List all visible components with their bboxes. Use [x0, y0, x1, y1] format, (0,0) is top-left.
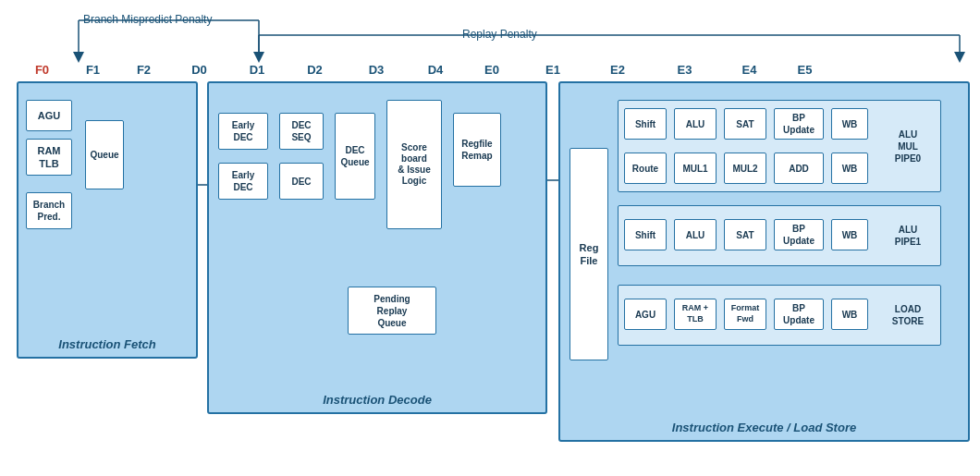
stage-f0: F0	[17, 63, 67, 77]
early-dec1-box: EarlyDEC	[218, 113, 268, 150]
pipe2-format-fwd: FormatFwd	[724, 299, 766, 330]
pipe0-alu: ALU	[674, 108, 717, 140]
stage-d0: D0	[169, 63, 229, 77]
pipe2-label: LOADSTORE	[879, 303, 937, 327]
stage-d3: D3	[345, 63, 408, 77]
stage-f2: F2	[118, 63, 169, 77]
scoreboard-box: Scoreboard& IssueLogic	[386, 100, 442, 229]
stage-d2: D2	[285, 63, 345, 77]
decode-label: Instruction Decode	[209, 393, 545, 407]
queue-box: Queue	[85, 120, 124, 189]
pipe0-route: Route	[624, 153, 667, 184]
pipe0-shift: Shift	[624, 108, 667, 140]
pipe2-container: AGU RAM +TLB FormatFwd BPUpdate WB LOADS…	[618, 285, 941, 346]
pipe1-alu: ALU	[674, 219, 717, 250]
pipe1-shift: Shift	[624, 219, 667, 250]
pending-replay-box: PendingReplayQueue	[348, 287, 436, 335]
dec1-box: DEC	[279, 163, 324, 200]
dec-seq-box: DECSEQ	[279, 113, 324, 150]
stage-e1: E1	[521, 63, 585, 77]
stage-d4: D4	[408, 63, 463, 77]
pipe0-wb2: WB	[831, 153, 868, 184]
dec-queue-box: DECQueue	[335, 113, 375, 200]
pipe0-label: ALUMULPIPE0	[879, 128, 937, 165]
stage-f1: F1	[67, 63, 118, 77]
pipe0-mul1: MUL1	[674, 153, 717, 184]
pipe1-container: Shift ALU SAT BPUpdate WB ALUPIPE1	[618, 205, 941, 266]
pipe0-wb1: WB	[831, 108, 868, 140]
diagram-container: Branch Mispredict Penalty Replay Penalty…	[0, 0, 980, 476]
execute-label: Instruction Execute / Load Store	[560, 421, 968, 434]
early-dec2-box: EarlyDEC	[218, 163, 268, 200]
agu-box: AGU	[26, 100, 72, 131]
stage-e3: E3	[650, 63, 719, 77]
instruction-execute-block: RegFile Shift ALU SAT BPUpdate WB Route …	[558, 81, 970, 442]
pipe0-mul2: MUL2	[724, 153, 766, 184]
pipe0-bp-update: BPUpdate	[774, 108, 824, 140]
fetch-label: Instruction Fetch	[18, 337, 196, 351]
instruction-fetch-block: AGU RAMTLB Queue BranchPred. Instruction…	[17, 81, 198, 359]
stage-e2: E2	[585, 63, 650, 77]
pipe0-container: Shift ALU SAT BPUpdate WB Route MUL1 MUL…	[618, 100, 941, 192]
pipe2-wb: WB	[831, 299, 868, 330]
ram-tlb-box: RAMTLB	[26, 139, 72, 176]
stage-e0: E0	[463, 63, 521, 77]
pipe0-sat: SAT	[724, 108, 766, 140]
reg-file-box: RegFile	[570, 148, 608, 360]
stage-e4: E4	[719, 63, 779, 77]
stage-d1: D1	[229, 63, 285, 77]
pipe2-bp-update: BPUpdate	[774, 299, 824, 330]
stage-e5: E5	[779, 63, 830, 77]
pipe0-add: ADD	[774, 153, 824, 184]
pipe1-bp-update: BPUpdate	[774, 219, 824, 250]
branch-penalty-label: Branch Mispredict Penalty	[83, 13, 212, 26]
instruction-decode-block: EarlyDEC EarlyDEC DECSEQ DEC DECQueue Sc…	[207, 81, 547, 414]
pipe1-label: ALUPIPE1	[879, 224, 937, 248]
pipe2-agu: AGU	[624, 299, 667, 330]
replay-penalty-label: Replay Penalty	[462, 28, 537, 41]
pipe1-sat: SAT	[724, 219, 766, 250]
pipe1-wb: WB	[831, 219, 868, 250]
branch-pred-box: BranchPred.	[26, 192, 72, 229]
regfile-remap-box: RegfileRemap	[453, 113, 501, 187]
pipe2-ram-tlb: RAM +TLB	[674, 299, 717, 330]
